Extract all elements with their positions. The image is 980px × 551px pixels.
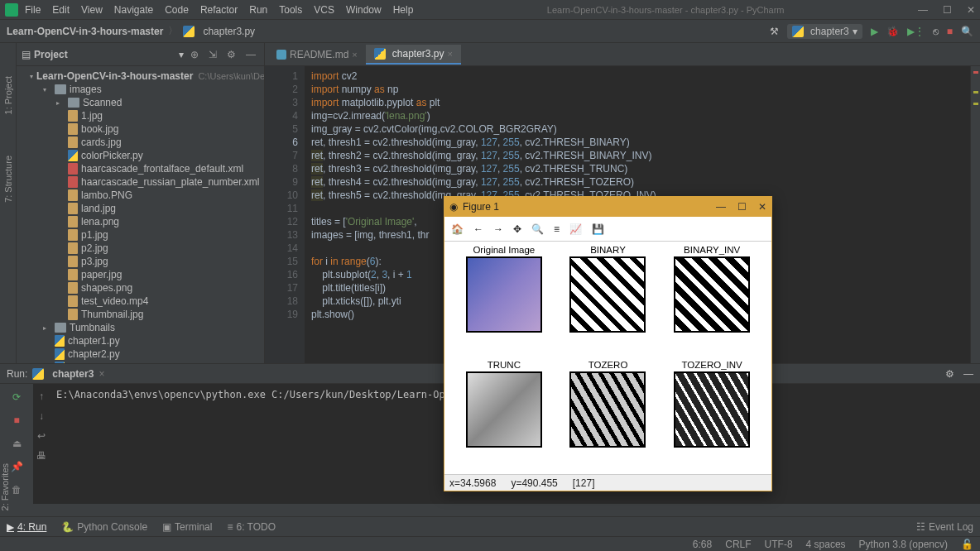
save-icon[interactable]: 💾 — [592, 223, 604, 235]
print-icon[interactable]: 🖶 — [36, 450, 46, 462]
locate-icon[interactable]: ⊕ — [187, 47, 202, 62]
rerun-icon[interactable]: ⟳ — [8, 389, 25, 405]
gear-icon[interactable]: ⚙ — [223, 47, 239, 62]
tree-file[interactable]: land.jpg — [17, 202, 264, 215]
home-icon[interactable]: 🏠 — [451, 223, 464, 235]
error-marker-icon[interactable] — [973, 71, 978, 74]
menu-code[interactable]: Code — [165, 4, 189, 16]
status-caret-pos[interactable]: 6:68 — [693, 539, 712, 550]
menu-help[interactable]: Help — [393, 4, 414, 16]
warning-marker-icon[interactable] — [973, 103, 978, 105]
status-line-ending[interactable]: CRLF — [725, 539, 751, 550]
tab-terminal[interactable]: ▣Terminal — [162, 521, 212, 533]
menu-navigate[interactable]: Navigate — [114, 4, 153, 16]
status-encoding[interactable]: UTF-8 — [765, 539, 793, 550]
trash-icon[interactable]: 🗑 — [8, 482, 25, 498]
tool-project-tab[interactable]: 1: Project — [3, 76, 13, 114]
up-icon[interactable]: ↑ — [39, 390, 44, 402]
breadcrumb-file[interactable]: chapter3.py — [203, 26, 255, 37]
marker-gutter[interactable] — [970, 66, 980, 363]
tool-favorites-tab[interactable]: 2: Favorites — [0, 463, 10, 510]
menu-file[interactable]: File — [25, 4, 41, 16]
tree-dir-scanned[interactable]: ▸Scanned — [17, 96, 264, 109]
figure-titlebar[interactable]: ◉ Figure 1 — ☐ ✕ — [444, 197, 771, 217]
tree-file[interactable]: lambo.PNG — [17, 189, 264, 202]
project-tree[interactable]: ▾Learn-OpenCV-in-3-hours-masterC:\Users\… — [17, 66, 264, 363]
configure-icon[interactable]: ≡ — [554, 223, 560, 235]
menu-edit[interactable]: Edit — [52, 4, 70, 16]
tool-structure-tab[interactable]: 7: Structure — [3, 156, 13, 203]
search-everywhere-icon[interactable]: 🔍 — [961, 26, 973, 37]
tree-file[interactable]: haarcascade_frontalface_default.xml — [17, 162, 264, 175]
tree-file[interactable]: chapter1.py — [17, 334, 264, 347]
tree-file[interactable]: shapes.png — [17, 281, 264, 295]
breadcrumb-root[interactable]: Learn-OpenCV-in-3-hours-master — [7, 26, 163, 37]
down-icon[interactable]: ↓ — [39, 410, 44, 422]
tree-file[interactable]: colorPicker.py — [17, 149, 264, 162]
minimize-icon[interactable]: — — [716, 201, 726, 213]
tab-event-log[interactable]: ☷Event Log — [916, 521, 973, 533]
run-config-selector[interactable]: chapter3 ▾ — [787, 24, 862, 39]
hide-icon[interactable]: — — [963, 368, 973, 380]
lock-icon[interactable]: 🔓 — [961, 539, 973, 550]
gear-icon[interactable]: ⚙ — [945, 368, 954, 380]
attach-icon[interactable]: ⎋ — [933, 26, 939, 37]
stop-icon[interactable]: ■ — [947, 26, 953, 37]
tree-file[interactable]: haarcascade_russian_plate_number.xml — [17, 175, 264, 189]
pan-icon[interactable]: ✥ — [513, 223, 521, 235]
chevron-down-icon[interactable]: ▾ — [179, 49, 184, 60]
menu-run[interactable]: Run — [249, 4, 267, 16]
run-coverage-icon[interactable]: ▶⋮ — [907, 26, 925, 37]
warning-marker-icon[interactable] — [973, 91, 978, 93]
close-icon[interactable]: ✕ — [967, 4, 975, 16]
exit-icon[interactable]: ⏏ — [8, 435, 25, 452]
back-icon[interactable]: ← — [473, 223, 483, 235]
tree-file[interactable]: lena.png — [17, 215, 264, 228]
tree-file[interactable]: paper.jpg — [17, 268, 264, 281]
minimize-icon[interactable]: — — [918, 4, 928, 16]
collapse-icon[interactable]: ⇲ — [205, 47, 220, 62]
tree-file[interactable]: cards.jpg — [17, 136, 264, 149]
close-icon[interactable]: ✕ — [758, 201, 766, 213]
stop-icon[interactable]: ■ — [8, 412, 25, 429]
tab-run[interactable]: ▶4: Run — [7, 521, 46, 533]
project-panel-title: Project — [34, 49, 175, 60]
debug-icon[interactable]: 🐞 — [886, 26, 899, 37]
tree-dir-tumbnails[interactable]: ▸Tumbnails — [17, 321, 264, 334]
zoom-icon[interactable]: 🔍 — [531, 223, 544, 235]
menu-tools[interactable]: Tools — [279, 4, 302, 16]
pin-icon[interactable]: 📌 — [8, 458, 25, 475]
forward-icon[interactable]: → — [493, 223, 503, 235]
menu-vcs[interactable]: VCS — [314, 4, 334, 16]
tab-python-console[interactable]: 🐍Python Console — [61, 521, 147, 533]
build-icon[interactable]: ⚒ — [770, 26, 779, 37]
status-indent[interactable]: 4 spaces — [806, 539, 846, 550]
wrap-icon[interactable]: ↩ — [37, 430, 46, 442]
run-icon[interactable]: ▶ — [871, 26, 878, 37]
tree-file[interactable]: p3.jpg — [17, 255, 264, 268]
close-icon[interactable]: × — [448, 49, 453, 59]
close-tab-icon[interactable]: × — [98, 368, 104, 380]
tree-file[interactable]: p2.jpg — [17, 242, 264, 255]
figure-window[interactable]: ◉ Figure 1 — ☐ ✕ 🏠 ← → ✥ 🔍 ≡ 📈 💾 Origina… — [444, 196, 772, 491]
tree-file[interactable]: p1.jpg — [17, 228, 264, 242]
tree-root[interactable]: ▾Learn-OpenCV-in-3-hours-masterC:\Users\… — [17, 69, 264, 83]
maximize-icon[interactable]: ☐ — [943, 4, 952, 16]
tree-file[interactable]: Thumbnail.jpg — [17, 308, 264, 321]
maximize-icon[interactable]: ☐ — [737, 201, 747, 213]
axis-icon[interactable]: 📈 — [569, 223, 582, 235]
editor-tab-readme[interactable]: README.md× — [268, 46, 366, 64]
tab-todo[interactable]: ≡6: TODO — [227, 521, 276, 533]
tree-file[interactable]: test_video.mp4 — [17, 295, 264, 308]
tree-file[interactable]: chapter2.py — [17, 347, 264, 361]
tree-dir-images[interactable]: ▾images — [17, 83, 264, 96]
tree-file[interactable]: 1.jpg — [17, 109, 264, 122]
close-icon[interactable]: × — [352, 50, 357, 60]
status-interpreter[interactable]: Python 3.8 (opencv) — [859, 539, 948, 550]
menu-view[interactable]: View — [81, 4, 103, 16]
editor-tab-chapter3[interactable]: chapter3.py× — [366, 45, 461, 65]
tree-file[interactable]: book.jpg — [17, 122, 264, 136]
menu-window[interactable]: Window — [346, 4, 382, 16]
hide-icon[interactable]: — — [243, 47, 259, 62]
menu-refactor[interactable]: Refactor — [200, 4, 238, 16]
